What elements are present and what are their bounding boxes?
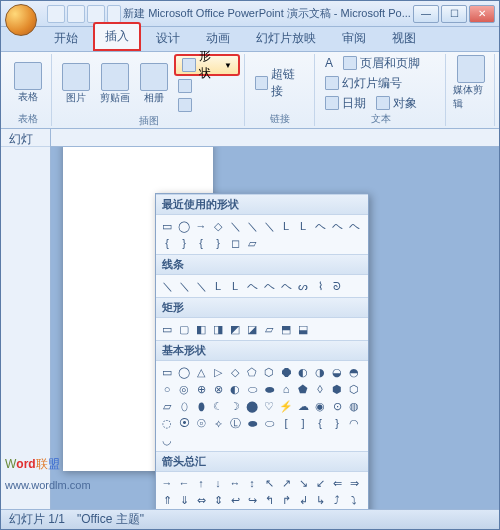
thumb-tab-slides[interactable]: 幻灯 bbox=[1, 129, 41, 146]
hyperlink-button[interactable]: 超链接 bbox=[251, 74, 310, 92]
shape-cell[interactable]: ◐ bbox=[227, 381, 243, 397]
shape-cell[interactable]: ⤵ bbox=[346, 492, 362, 508]
shape-cell[interactable]: ← bbox=[176, 475, 192, 491]
shape-cell[interactable]: ☁ bbox=[295, 398, 311, 414]
shape-cell[interactable]: △ bbox=[193, 364, 209, 380]
shape-cell[interactable]: } bbox=[210, 235, 226, 251]
shape-cell[interactable]: ⬢ bbox=[329, 381, 345, 397]
shape-cell[interactable]: ◯ bbox=[176, 364, 192, 380]
shape-cell[interactable]: ⟡ bbox=[210, 415, 226, 431]
shape-cell[interactable]: L bbox=[227, 278, 243, 294]
shape-cell[interactable]: ⬮ bbox=[193, 398, 209, 414]
shape-cell[interactable]: ＼ bbox=[176, 278, 192, 294]
shape-cell[interactable]: ⬭ bbox=[244, 381, 260, 397]
shape-cell[interactable]: ⬤ bbox=[244, 398, 260, 414]
shape-cell[interactable]: ◒ bbox=[329, 364, 345, 380]
qat-redo-icon[interactable] bbox=[87, 5, 105, 23]
shape-cell[interactable]: ◠ bbox=[346, 415, 362, 431]
shape-cell[interactable]: ◨ bbox=[210, 321, 226, 337]
shape-cell[interactable]: ＼ bbox=[159, 278, 175, 294]
tab-review[interactable]: 审阅 bbox=[331, 25, 377, 51]
shape-cell[interactable]: ◡ bbox=[159, 432, 175, 448]
album-button[interactable]: 相册 bbox=[136, 55, 173, 113]
shape-cell[interactable]: ⇔ bbox=[193, 492, 209, 508]
shape-cell[interactable]: ▷ bbox=[210, 364, 226, 380]
shape-cell[interactable]: ▭ bbox=[159, 218, 175, 234]
shape-cell[interactable]: ◩ bbox=[227, 321, 243, 337]
shape-cell[interactable]: ◇ bbox=[210, 218, 226, 234]
shape-cell[interactable]: ⌇ bbox=[312, 278, 328, 294]
shape-cell[interactable]: ] bbox=[295, 415, 311, 431]
minimize-button[interactable]: — bbox=[413, 5, 439, 23]
shape-cell[interactable]: ⬯ bbox=[176, 398, 192, 414]
shape-cell[interactable]: L bbox=[295, 218, 311, 234]
shape-cell[interactable]: ◊ bbox=[312, 381, 328, 397]
shape-cell[interactable]: ⇕ bbox=[210, 492, 226, 508]
shape-cell[interactable]: ↲ bbox=[295, 492, 311, 508]
shape-cell[interactable]: ▭ bbox=[159, 321, 175, 337]
smartart-button[interactable] bbox=[174, 77, 240, 95]
media-button[interactable]: 媒体剪辑 bbox=[452, 54, 490, 112]
shape-cell[interactable]: { bbox=[159, 235, 175, 251]
shape-cell[interactable]: ⊙ bbox=[329, 398, 345, 414]
shape-cell[interactable]: } bbox=[176, 235, 192, 251]
shape-cell[interactable]: ◌ bbox=[159, 415, 175, 431]
shapes-button[interactable]: 形状▼ bbox=[174, 54, 240, 76]
shape-cell[interactable]: ⌂ bbox=[278, 381, 294, 397]
shape-cell[interactable]: ヘ bbox=[278, 278, 294, 294]
shape-cell[interactable]: { bbox=[193, 235, 209, 251]
shape-cell[interactable]: ◑ bbox=[312, 364, 328, 380]
tab-slideshow[interactable]: 幻灯片放映 bbox=[245, 25, 327, 51]
shape-cell[interactable]: ◇ bbox=[227, 364, 243, 380]
shape-cell[interactable]: ⬡ bbox=[346, 381, 362, 397]
shape-cell[interactable]: { bbox=[312, 415, 328, 431]
shape-cell[interactable]: ᔕ bbox=[295, 278, 311, 294]
shape-cell[interactable]: ⬬ bbox=[261, 381, 277, 397]
shape-cell[interactable]: ⇐ bbox=[329, 475, 345, 491]
shape-cell[interactable]: ◧ bbox=[193, 321, 209, 337]
shape-cell[interactable]: ＼ bbox=[244, 218, 260, 234]
shape-cell[interactable]: ◪ bbox=[244, 321, 260, 337]
shape-cell[interactable]: ▱ bbox=[261, 321, 277, 337]
shape-cell[interactable]: ⦾ bbox=[193, 415, 209, 431]
shape-cell[interactable]: ↔ bbox=[227, 475, 243, 491]
table-button[interactable]: 表格 bbox=[9, 54, 47, 112]
textbox-button[interactable]: A bbox=[321, 54, 337, 72]
shape-cell[interactable]: ⊗ bbox=[210, 381, 226, 397]
shape-cell[interactable]: ♡ bbox=[261, 398, 277, 414]
shape-cell[interactable]: L bbox=[210, 278, 226, 294]
object-button[interactable]: 对象 bbox=[372, 94, 421, 112]
shape-cell[interactable]: ⇒ bbox=[346, 475, 362, 491]
shape-cell[interactable]: ◍ bbox=[346, 398, 362, 414]
shape-cell[interactable]: ⬭ bbox=[261, 415, 277, 431]
shape-cell[interactable]: ◻ bbox=[227, 235, 243, 251]
shape-cell[interactable]: ▱ bbox=[159, 398, 175, 414]
shape-cell[interactable]: ⬟ bbox=[295, 381, 311, 397]
shape-cell[interactable]: ◓ bbox=[346, 364, 362, 380]
shape-cell[interactable]: ⤴ bbox=[329, 492, 345, 508]
shape-cell[interactable]: ↳ bbox=[312, 492, 328, 508]
shape-cell[interactable]: ⬠ bbox=[244, 364, 260, 380]
shape-cell[interactable]: ヘ bbox=[346, 218, 362, 234]
shape-cell[interactable]: L bbox=[278, 218, 294, 234]
picture-button[interactable]: 图片 bbox=[58, 55, 95, 113]
shape-cell[interactable]: ＼ bbox=[261, 218, 277, 234]
shape-cell[interactable]: ヘ bbox=[329, 218, 345, 234]
shape-cell[interactable]: ＼ bbox=[193, 278, 209, 294]
shape-cell[interactable]: ↓ bbox=[210, 475, 226, 491]
shape-cell[interactable]: ↙ bbox=[312, 475, 328, 491]
shape-cell[interactable]: ↰ bbox=[261, 492, 277, 508]
shape-cell[interactable]: ヘ bbox=[244, 278, 260, 294]
header-footer-button[interactable]: 页眉和页脚 bbox=[339, 54, 424, 72]
shape-cell[interactable]: ＼ bbox=[227, 218, 243, 234]
shape-cell[interactable]: ☽ bbox=[227, 398, 243, 414]
shape-cell[interactable]: ↩ bbox=[227, 492, 243, 508]
shapes-gallery-popup[interactable]: 最近使用的形状▭◯→◇＼＼＼LLヘヘヘ{}{}◻▱线条＼＼＼LLヘヘヘᔕ⌇ᘐ矩形… bbox=[155, 193, 369, 509]
shape-cell[interactable]: ▱ bbox=[244, 235, 260, 251]
shape-cell[interactable]: ↪ bbox=[244, 492, 260, 508]
shape-cell[interactable]: ⚡ bbox=[278, 398, 294, 414]
shape-cell[interactable]: [ bbox=[278, 415, 294, 431]
shape-cell[interactable]: ⬡ bbox=[261, 364, 277, 380]
shape-cell[interactable]: ↗ bbox=[278, 475, 294, 491]
clipart-button[interactable]: 剪贴画 bbox=[97, 55, 134, 113]
